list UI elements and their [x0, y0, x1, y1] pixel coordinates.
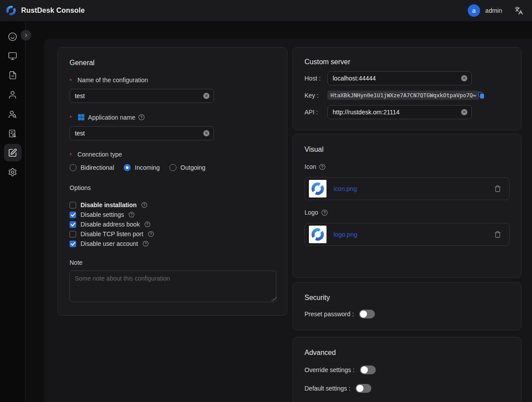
api-value[interactable] — [328, 109, 471, 116]
api-input[interactable]: ✕ — [327, 105, 472, 119]
clear-icon[interactable]: ✕ — [203, 130, 209, 136]
help-icon[interactable] — [319, 164, 326, 170]
radio-icon — [70, 164, 77, 171]
file-text-icon — [8, 71, 17, 80]
sidebar-item-dashboard[interactable] — [4, 28, 22, 45]
file-search-icon — [8, 129, 17, 138]
security-card: Security Preset password : — [293, 282, 521, 330]
help-icon[interactable] — [143, 241, 149, 247]
logo-file-link[interactable]: logo.png — [334, 231, 357, 238]
application-name-value[interactable] — [70, 130, 213, 137]
visual-title: Visual — [305, 146, 510, 153]
default-settings-toggle[interactable] — [356, 384, 371, 393]
key-label: Key : — [305, 92, 327, 99]
config-name-input[interactable]: ✕ — [70, 89, 214, 103]
checkbox-disable-settings[interactable]: Disable settings — [70, 210, 275, 219]
radio-incoming[interactable]: Incoming — [124, 164, 160, 171]
edit-icon — [8, 148, 17, 157]
icon-label: Icon — [305, 163, 510, 170]
checkbox-icon — [70, 202, 76, 208]
options-label: Options — [70, 184, 275, 191]
custom-server-title: Custom server — [305, 58, 510, 66]
logo-thumbnail — [309, 226, 327, 243]
default-settings-label: Default settings : — [305, 385, 350, 392]
host-value[interactable] — [328, 75, 471, 82]
trash-icon[interactable] — [494, 231, 501, 238]
radio-bidirectional[interactable]: Bidirectional — [70, 164, 114, 171]
host-input[interactable]: ✕ — [327, 71, 472, 85]
note-textarea[interactable] — [70, 270, 276, 302]
radio-icon — [169, 164, 176, 171]
checkbox-disable-address-book[interactable]: Disable address book — [70, 219, 275, 229]
help-icon[interactable] — [144, 221, 150, 227]
api-label: API : — [305, 109, 327, 116]
default-settings-row: Default settings : — [305, 384, 510, 393]
monitor-icon — [8, 51, 17, 61]
help-icon[interactable] — [128, 212, 135, 218]
help-icon[interactable] — [148, 231, 154, 237]
sidebar-item-groups[interactable] — [4, 105, 22, 123]
clear-icon[interactable]: ✕ — [203, 93, 209, 99]
security-title: Security — [305, 294, 510, 302]
override-settings-toggle[interactable] — [360, 365, 376, 374]
host-label: Host : — [305, 75, 327, 82]
brand: RustDesk Console — [5, 5, 85, 16]
override-settings-label: Override settings : — [305, 366, 355, 373]
preset-password-label: Preset password : — [305, 311, 354, 318]
gear-icon — [8, 168, 17, 177]
help-icon[interactable] — [321, 209, 328, 216]
sidebar-item-settings[interactable] — [4, 163, 22, 181]
help-icon[interactable] — [138, 114, 145, 121]
radio-outgoing[interactable]: Outgoing — [169, 164, 205, 171]
logo-upload-row: logo.png — [305, 223, 510, 246]
clear-icon[interactable]: ✕ — [461, 75, 467, 81]
copy-icon[interactable] — [478, 92, 484, 99]
advanced-card: Advanced Override settings : Default set… — [293, 337, 521, 402]
content-panel: General Name of the configuration ✕ — [44, 39, 532, 402]
connection-type-label: Connection type — [70, 151, 275, 158]
config-name-label: Name of the configuration — [70, 77, 275, 84]
clear-icon[interactable]: ✕ — [461, 109, 467, 115]
preset-password-toggle[interactable] — [359, 310, 375, 318]
user-icon — [8, 90, 17, 99]
preset-password-row: Preset password : — [305, 310, 510, 318]
application-name-input[interactable]: ✕ — [70, 126, 214, 140]
sidebar — [0, 21, 26, 402]
trash-icon[interactable] — [494, 185, 501, 192]
checkbox-icon — [70, 231, 76, 238]
windows-logo-icon — [77, 113, 85, 121]
sidebar-item-devices[interactable] — [4, 47, 22, 65]
logo-label: Logo — [305, 209, 510, 216]
override-settings-row: Override settings : — [305, 365, 510, 374]
key-chip: HtaXBkJNHyn0e1U1jWXze7A7CN7QTGWqxkOtpaVp… — [327, 91, 479, 100]
checkbox-icon — [70, 241, 76, 247]
checkbox-icon — [70, 221, 76, 228]
sidebar-item-users[interactable] — [4, 86, 22, 103]
connection-type-group: Bidirectional Incoming Outgoing — [70, 164, 275, 171]
note-label: Note — [70, 259, 275, 266]
help-icon[interactable] — [141, 202, 147, 208]
general-title: General — [70, 59, 275, 67]
sidebar-expand-button[interactable] — [21, 30, 31, 40]
general-card: General Name of the configuration ✕ — [58, 47, 287, 316]
icon-file-link[interactable]: icon.png — [334, 185, 357, 192]
key-value: HtaXBkJNHyn0e1U1jWXze7A7CN7QTGWqxkOtpaVp… — [330, 92, 476, 99]
checkbox-disable-installation[interactable]: Disable installation — [70, 200, 275, 210]
language-icon[interactable] — [514, 6, 523, 15]
top-bar: RustDesk Console a admin — [0, 0, 532, 21]
checkbox-disable-tcp-listen-port[interactable]: Disable TCP listen port — [70, 229, 275, 239]
app-title: RustDesk Console — [21, 7, 85, 15]
advanced-title: Advanced — [305, 349, 510, 357]
sidebar-item-audit-logs[interactable] — [4, 124, 22, 142]
sidebar-item-client-configurations[interactable] — [4, 144, 22, 161]
visual-card: Visual Icon icon.png — [293, 134, 521, 278]
user-avatar[interactable]: a — [468, 4, 480, 17]
checkbox-disable-user-account[interactable]: Disable user account — [70, 239, 275, 249]
username[interactable]: admin — [485, 7, 502, 14]
checkbox-icon — [70, 212, 76, 218]
sidebar-item-documents[interactable] — [4, 66, 22, 84]
application-name-label: Application name — [70, 113, 275, 121]
icon-thumbnail — [309, 180, 327, 197]
config-name-value[interactable] — [70, 92, 213, 99]
radio-icon — [124, 164, 131, 171]
